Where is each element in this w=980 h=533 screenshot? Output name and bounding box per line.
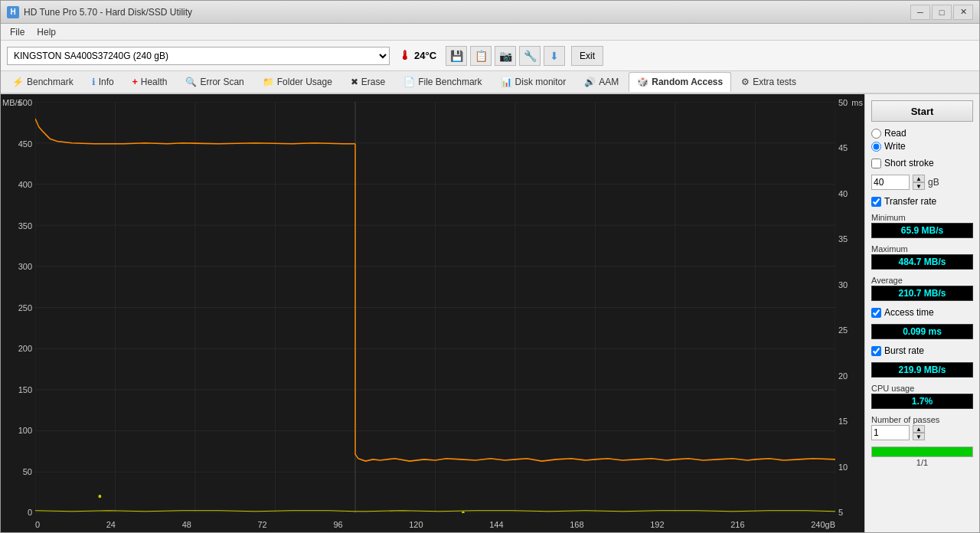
health-icon: + (132, 77, 138, 87)
file-benchmark-icon: 📄 (403, 77, 415, 87)
exit-button[interactable]: Exit (571, 46, 603, 66)
progress-text: 1/1 (871, 458, 973, 467)
y-axis-right-values: 50 45 40 35 30 25 20 15 10 5 (835, 94, 864, 517)
settings-icon-btn[interactable]: 🔧 (519, 46, 541, 66)
burst-rate-label: Burst rate (884, 345, 924, 356)
gb-input[interactable] (871, 175, 910, 190)
tab-bar: ⚡ Benchmark ℹ Info + Health 🔍 Error Scan… (1, 71, 979, 94)
file-menu[interactable]: File (4, 25, 31, 39)
tab-extra-tests[interactable]: ⚙ Extra tests (733, 72, 805, 92)
gb-decrement[interactable]: ▼ (913, 182, 925, 190)
tab-extra-tests-label: Extra tests (753, 77, 796, 87)
short-stroke-checkbox[interactable] (871, 159, 881, 168)
tab-info-label: Info (99, 77, 114, 87)
tab-folder-usage[interactable]: 📁 Folder Usage (254, 72, 341, 92)
tab-erase[interactable]: ✖ Erase (342, 72, 394, 92)
access-time-value: 0.099 ms (871, 324, 973, 339)
burst-rate-checkbox-label[interactable]: Burst rate (871, 345, 973, 356)
aam-icon: 🔊 (584, 77, 596, 87)
tab-file-benchmark[interactable]: 📄 File Benchmark (395, 72, 490, 92)
help-menu[interactable]: Help (31, 25, 62, 39)
read-radio-label[interactable]: Read (871, 128, 973, 139)
cpu-usage-section: CPU usage 1.7% (871, 384, 973, 409)
passes-section: Number of passes ▲ ▼ (871, 415, 973, 440)
info-icon: ℹ (92, 77, 96, 87)
passes-input[interactable] (871, 425, 910, 440)
access-time-checkbox-label[interactable]: Access time (871, 307, 973, 318)
drive-select[interactable]: KINGSTON SA400S37240G (240 gB) (7, 47, 390, 65)
average-label: Average (871, 276, 973, 285)
tab-benchmark[interactable]: ⚡ Benchmark (4, 72, 82, 92)
passes-decrement[interactable]: ▼ (913, 433, 925, 440)
maximum-label: Maximum (871, 244, 973, 253)
tab-benchmark-label: Benchmark (27, 77, 74, 87)
transfer-rate-checkbox[interactable] (871, 197, 881, 207)
read-radio[interactable] (871, 129, 881, 139)
erase-icon: ✖ (351, 77, 358, 87)
write-radio[interactable] (871, 142, 881, 152)
maximum-section: Maximum 484.7 MB/s (871, 244, 973, 270)
info-icon-btn[interactable]: 💾 (446, 46, 467, 66)
gb-input-group: ▲ ▼ gB (871, 175, 973, 190)
passes-spinner: ▲ ▼ (913, 425, 925, 440)
close-button[interactable]: ✕ (953, 5, 973, 20)
x-axis-labels: 0 24 48 72 96 120 144 168 192 216 240gB (35, 517, 835, 532)
gb-unit-label: gB (928, 177, 939, 188)
tab-file-benchmark-label: File Benchmark (418, 77, 482, 87)
write-label: Write (884, 141, 906, 152)
window-controls: ─ □ ✕ (910, 5, 973, 20)
gb-increment[interactable]: ▲ (913, 175, 925, 182)
cpu-usage-value: 1.7% (871, 394, 973, 409)
access-time-label: Access time (884, 307, 934, 318)
minimize-button[interactable]: ─ (910, 5, 930, 20)
tab-aam[interactable]: 🔊 AAM (576, 72, 627, 92)
menu-bar: File Help (1, 24, 979, 41)
read-write-radio-group: Read Write (871, 128, 973, 152)
thermometer-icon: 🌡 (399, 49, 411, 63)
short-stroke-checkbox-label[interactable]: Short stroke (871, 158, 973, 168)
window-title: HD Tune Pro 5.70 - Hard Disk/SSD Utility (24, 7, 910, 18)
maximum-value: 484.7 MB/s (871, 254, 973, 270)
y-axis-left-values: 500 450 400 350 300 250 200 150 100 50 0 (1, 94, 35, 517)
write-radio-label[interactable]: Write (871, 141, 973, 152)
start-button[interactable]: Start (871, 100, 973, 122)
tab-disk-monitor-label: Disk monitor (515, 77, 567, 87)
transfer-rate-checkbox-label[interactable]: Transfer rate (871, 196, 973, 207)
content-area: MB/s ms 500 450 400 350 300 250 200 150 … (1, 94, 979, 532)
transfer-rate-label: Transfer rate (884, 196, 936, 207)
maximize-button[interactable]: □ (932, 5, 952, 20)
cpu-usage-label: CPU usage (871, 384, 973, 393)
burst-rate-value: 219.9 MB/s (871, 362, 973, 378)
right-panel: Start Read Write Short stroke ▲ (864, 94, 979, 532)
tab-disk-monitor[interactable]: 📊 Disk monitor (492, 72, 575, 92)
camera-icon-btn[interactable]: 📷 (495, 46, 516, 66)
read-label: Read (884, 128, 906, 139)
transfer-rate-line-segment2 (358, 459, 835, 461)
average-value: 210.7 MB/s (871, 286, 973, 301)
passes-increment[interactable]: ▲ (913, 425, 925, 433)
disk-monitor-icon: 📊 (501, 77, 512, 87)
benchmark-icon: ⚡ (12, 77, 24, 87)
tab-error-scan-label: Error Scan (200, 77, 243, 87)
app-icon: H (7, 6, 19, 18)
title-bar: H HD Tune Pro 5.70 - Hard Disk/SSD Utili… (1, 1, 979, 24)
chart-svg-container (35, 102, 835, 513)
minimum-value: 65.9 MB/s (871, 223, 973, 238)
burst-rate-checkbox[interactable] (871, 346, 881, 356)
tab-error-scan[interactable]: 🔍 Error Scan (177, 72, 252, 92)
save-icon-btn[interactable]: 📋 (470, 46, 492, 66)
chart-area: MB/s ms 500 450 400 350 300 250 200 150 … (1, 94, 864, 532)
burst-rate-value-section: 219.9 MB/s (871, 362, 973, 378)
tab-info[interactable]: ℹ Info (83, 72, 122, 92)
passes-label: Number of passes (871, 415, 973, 424)
access-time-checkbox[interactable] (871, 308, 881, 318)
download-icon-btn[interactable]: ⬇ (544, 46, 565, 66)
toolbar-icons: 💾 📋 📷 🔧 ⬇ (446, 46, 565, 66)
tab-random-access[interactable]: 🎲 Random Access (629, 72, 731, 92)
extra-tests-icon: ⚙ (741, 77, 750, 87)
gb-spinner: ▲ ▼ (913, 175, 925, 190)
tab-health[interactable]: + Health (124, 72, 176, 92)
main-window: H HD Tune Pro 5.70 - Hard Disk/SSD Utili… (0, 0, 980, 533)
temperature-value: 24°C (414, 50, 436, 61)
average-section: Average 210.7 MB/s (871, 276, 973, 301)
